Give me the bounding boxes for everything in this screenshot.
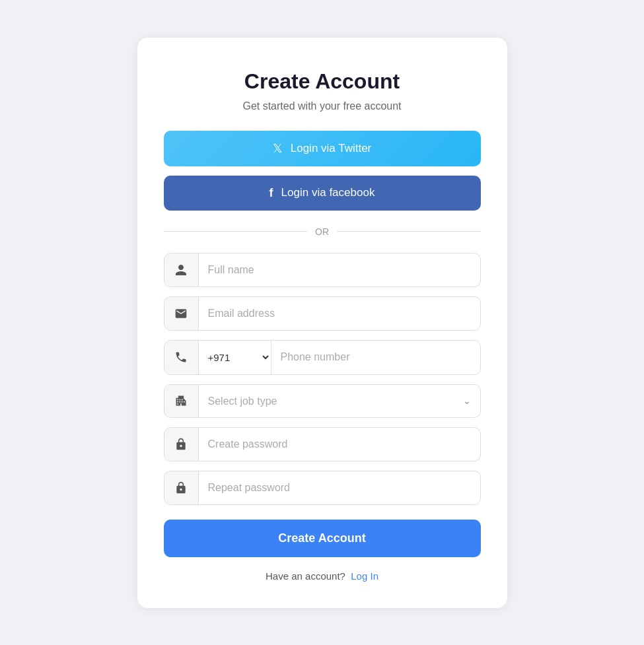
login-footer: Have an account? Log In [164, 570, 481, 582]
facebook-icon: f [269, 186, 273, 200]
page-subtitle: Get started with your free account [164, 100, 481, 112]
phone-field-group: +971 +1 +44 +91 +61 [164, 340, 481, 375]
divider-line-left [164, 231, 308, 232]
person-icon [164, 254, 199, 287]
password-field-group [164, 427, 481, 461]
facebook-label: Login via facebook [281, 186, 375, 199]
job-field-group: Select job type Developer Designer Manag… [164, 384, 481, 418]
phone-number-input[interactable] [271, 341, 480, 374]
job-type-select[interactable]: Select job type Developer Designer Manag… [199, 385, 463, 417]
or-divider: OR [164, 226, 481, 237]
facebook-login-button[interactable]: f Login via facebook [164, 176, 481, 211]
fullname-input[interactable] [199, 254, 480, 287]
fullname-field-group [164, 253, 481, 287]
divider-line-right [337, 231, 481, 232]
lock-repeat-icon [164, 471, 199, 504]
twitter-icon: 𝕏 [273, 141, 283, 156]
lock-icon [164, 428, 199, 461]
signup-card: Create Account Get started with your fre… [137, 38, 507, 608]
email-input[interactable] [199, 297, 480, 330]
password-input[interactable] [199, 428, 480, 461]
repeat-password-field-group [164, 471, 481, 505]
page-title: Create Account [164, 69, 481, 94]
login-prompt-text: Have an account? [266, 570, 345, 582]
twitter-label: Login via Twitter [291, 142, 372, 155]
phone-icon [164, 341, 199, 374]
or-text: OR [315, 226, 329, 237]
email-icon [164, 297, 199, 330]
email-field-group [164, 296, 481, 331]
building-icon [164, 385, 199, 417]
chevron-down-icon: ⌄ [463, 385, 480, 417]
phone-code-select[interactable]: +971 +1 +44 +91 +61 [199, 341, 271, 374]
login-link[interactable]: Log In [351, 570, 378, 582]
create-account-button[interactable]: Create Account [164, 520, 481, 557]
twitter-login-button[interactable]: 𝕏 Login via Twitter [164, 131, 481, 166]
repeat-password-input[interactable] [199, 471, 480, 504]
